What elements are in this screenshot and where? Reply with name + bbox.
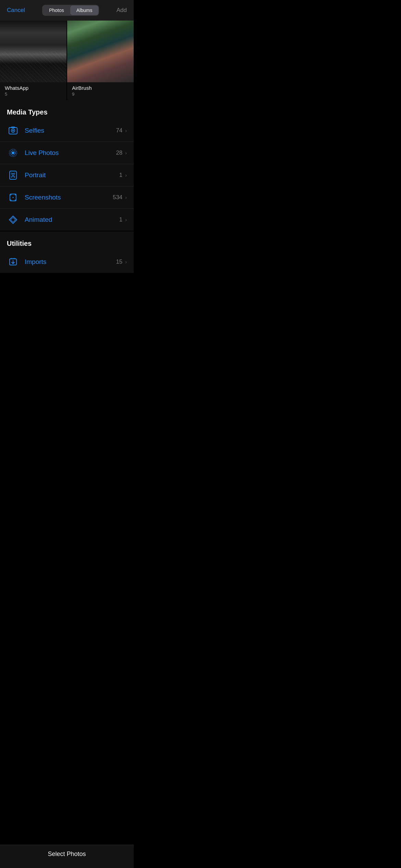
utilities-header: Utilities: [0, 231, 134, 251]
album-name-whatsapp: WhatsApp: [5, 85, 62, 91]
list-item-portrait[interactable]: Portrait 1 ›: [0, 164, 134, 186]
svg-point-8: [12, 173, 14, 176]
cancel-button[interactable]: Cancel: [7, 7, 25, 14]
imports-chevron: ›: [125, 259, 127, 265]
list-item-selfies[interactable]: Selfies 74 ›: [0, 120, 134, 142]
album-name-airbrush: AirBrush: [72, 85, 129, 91]
screenshots-icon: [7, 191, 19, 204]
animated-label: Animated: [25, 216, 119, 224]
screenshots-label: Screenshots: [25, 194, 113, 201]
photo-cell-airbrush[interactable]: AirBrush 9: [67, 21, 134, 100]
live-photos-count: 28: [116, 149, 122, 156]
portrait-label: Portrait: [25, 171, 119, 179]
imports-icon: [7, 256, 19, 268]
photo-grid: WhatsApp 5 AirBrush 9: [0, 21, 134, 100]
list-item-imports[interactable]: Imports 15 ›: [0, 251, 134, 273]
segment-photos[interactable]: Photos: [43, 5, 70, 15]
screenshots-chevron: ›: [125, 195, 127, 200]
list-item-animated[interactable]: Animated 1 ›: [0, 209, 134, 231]
segment-albums[interactable]: Albums: [70, 5, 99, 15]
selfies-label: Selfies: [25, 127, 116, 134]
svg-point-2: [12, 130, 14, 131]
add-button[interactable]: Add: [117, 7, 127, 14]
portrait-chevron: ›: [125, 172, 127, 178]
selfies-count: 74: [116, 127, 122, 134]
portrait-count: 1: [119, 172, 122, 179]
imports-count: 15: [116, 258, 122, 265]
media-types-list: Selfies 74 › Live Photos 28 › Portrait 1: [0, 120, 134, 231]
selfie-icon: [7, 124, 19, 137]
album-count-airbrush: 9: [72, 92, 129, 97]
segment-control: Photos Albums: [42, 5, 99, 16]
screenshots-count: 534: [113, 194, 122, 201]
selfies-chevron: ›: [125, 128, 127, 133]
animated-icon: [7, 214, 19, 226]
animated-chevron: ›: [125, 217, 127, 222]
svg-point-10: [13, 197, 14, 198]
list-item-live-photos[interactable]: Live Photos 28 ›: [0, 142, 134, 164]
album-count-whatsapp: 5: [5, 92, 62, 97]
utilities-list: Imports 15 ›: [0, 251, 134, 273]
svg-rect-7: [10, 171, 16, 179]
live-photos-chevron: ›: [125, 150, 127, 156]
utilities-section: Utilities Imports 15 ›: [0, 231, 134, 273]
media-types-header: Media Types: [0, 100, 134, 120]
list-item-screenshots[interactable]: Screenshots 534 ›: [0, 186, 134, 209]
imports-label: Imports: [25, 258, 116, 266]
top-bar: Cancel Photos Albums Add: [0, 0, 134, 21]
live-photos-label: Live Photos: [25, 149, 116, 157]
photo-cell-whatsapp[interactable]: WhatsApp 5: [0, 21, 66, 100]
animated-count: 1: [119, 216, 122, 223]
portrait-icon: [7, 169, 19, 181]
live-photos-icon: [7, 147, 19, 159]
svg-point-4: [12, 152, 14, 154]
